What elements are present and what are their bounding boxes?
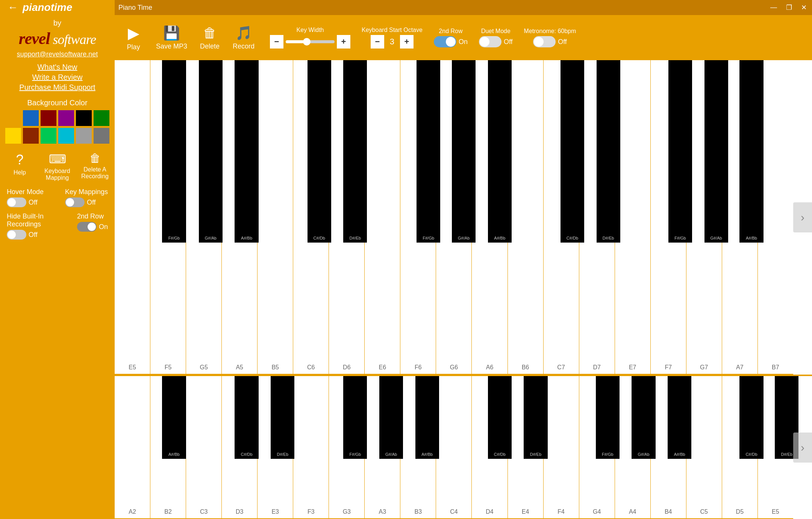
key-mappings-toggle[interactable] — [65, 197, 85, 207]
keyboard-mapping-label: Keyboard Mapping — [44, 168, 70, 181]
color-swatch-gray[interactable] — [94, 128, 109, 144]
hover-mode-knob — [8, 198, 16, 206]
color-swatch-green[interactable] — [94, 110, 109, 126]
bottom-piano-nav-right[interactable]: › — [793, 432, 812, 463]
black-key-AsBb-7[interactable]: A#/Bb — [739, 60, 763, 243]
whats-new-link[interactable]: What's New — [37, 63, 77, 71]
hide-recordings-toggle-row: Off — [7, 230, 38, 240]
back-button[interactable]: ← — [8, 2, 18, 14]
key-width-slider[interactable] — [286, 40, 335, 43]
piano-area: 🎵 E5 F5 G5 A5 B5 C6 D6 E6 F6 G6 A6 B6 C7… — [115, 60, 812, 519]
hide-recordings-toggle[interactable] — [7, 230, 26, 240]
key-width-plus[interactable]: + — [337, 35, 350, 49]
purchase-midi-link[interactable]: Purchase Midi Support — [19, 83, 95, 92]
black-key-GsAb-7[interactable]: G#/Ab — [704, 60, 728, 243]
color-swatch-lavender[interactable] — [76, 128, 92, 144]
black-key-GsAb-5[interactable]: G#/Ab — [199, 60, 223, 243]
key-mappings-knob — [66, 198, 74, 206]
black-key-DsEb-3[interactable]: D#/Eb — [271, 376, 294, 459]
black-key-AsBb-4[interactable]: A#/Bb — [668, 376, 691, 459]
minimize-button[interactable]: — — [769, 3, 779, 12]
bg-color-label: Background Color — [27, 99, 87, 107]
color-swatch-black[interactable] — [76, 110, 92, 126]
key-C3[interactable]: C3 — [186, 376, 221, 519]
close-button[interactable]: ✕ — [800, 3, 808, 12]
key-B5[interactable]: B5 — [257, 60, 293, 375]
key-width-minus[interactable]: − — [270, 35, 283, 49]
black-key-DsEb-4[interactable]: D#/Eb — [524, 376, 547, 459]
color-swatch-brown[interactable] — [23, 128, 39, 144]
key-E6[interactable]: E6 — [364, 60, 400, 375]
black-key-AsBb-6[interactable]: A#/Bb — [488, 60, 512, 243]
black-key-AsBb-3[interactable]: A#/Bb — [415, 376, 439, 459]
black-key-FsGb-4[interactable]: F#/Gb — [596, 376, 620, 459]
color-swatch-orange[interactable] — [5, 110, 21, 126]
black-key-CsDb-3[interactable]: C#/Db — [235, 376, 258, 459]
key-C4[interactable]: C4 — [436, 376, 471, 519]
save-mp3-button[interactable]: 💾 Save MP3 — [156, 25, 187, 50]
main-area: Piano Time — ❐ ✕ ▶ Play 💾 Save MP3 🗑 Del… — [115, 0, 812, 519]
black-key-CsDb-6[interactable]: C#/Db — [308, 60, 331, 243]
color-swatch-purple[interactable] — [58, 110, 74, 126]
black-key-CsDb-4[interactable]: C#/Db — [488, 376, 512, 459]
play-label: Play — [127, 43, 140, 51]
support-email[interactable]: support@revelsoftware.net — [17, 50, 98, 58]
key-F4[interactable]: F4 — [543, 376, 579, 519]
second-row-sidebar-toggle[interactable] — [77, 222, 97, 232]
delete-button[interactable]: 🗑 Delete — [198, 25, 221, 50]
color-swatch-darkred[interactable] — [41, 110, 56, 126]
key-width-controls: − + — [270, 35, 350, 49]
second-row-sidebar-knob — [88, 223, 96, 231]
color-swatch-cyan[interactable] — [58, 128, 74, 144]
second-row-toolbar-toggle[interactable] — [434, 36, 456, 47]
hover-mode-state: Off — [29, 199, 38, 206]
keyboard-start-octave-label: Keyboard Start Octave — [362, 27, 423, 33]
play-button[interactable]: ▶ Play — [122, 24, 145, 51]
help-label: Help — [14, 169, 26, 176]
sidebar-app-title: pianotime — [23, 2, 72, 14]
key-A2[interactable]: A2 — [115, 376, 150, 519]
color-swatch-lightgreen[interactable] — [41, 128, 56, 144]
delete-recording-tool[interactable]: 🗑 Delete A Recording — [80, 152, 110, 181]
black-key-CsDb-7[interactable]: C#/Db — [561, 60, 584, 243]
key-E5[interactable]: E5 — [115, 60, 150, 375]
hover-mode-toggle[interactable] — [7, 197, 26, 207]
key-B6[interactable]: B6 — [508, 60, 543, 375]
color-swatch-yellow[interactable] — [5, 128, 21, 144]
black-key-FsGb-7[interactable]: F#/Gb — [668, 60, 692, 243]
metronome-state: Off — [558, 38, 567, 46]
maximize-button[interactable]: ❐ — [785, 3, 794, 12]
sidebar: ← pianotime by revel software support@re… — [0, 0, 115, 519]
black-key-FsGb-6[interactable]: F#/Gb — [417, 60, 440, 243]
black-key-DsEb-7[interactable]: D#/Eb — [597, 60, 620, 243]
metronome-group: Metronome: 60bpm Off — [524, 28, 576, 47]
black-key-FsGb-5[interactable]: F#/Gb — [162, 60, 186, 243]
key-mappings-label: Key Mappings — [65, 188, 108, 196]
metronome-toggle[interactable] — [533, 36, 556, 47]
black-key-FsGb-3[interactable]: F#/Gb — [343, 376, 367, 459]
write-review-link[interactable]: Write a Review — [32, 73, 82, 82]
black-key-GsAb-3[interactable]: G#/Ab — [379, 376, 403, 459]
keyboard-start-octave-group: Keyboard Start Octave − 3 + — [362, 27, 423, 49]
help-icon: ? — [16, 152, 23, 168]
key-F3[interactable]: F3 — [293, 376, 329, 519]
play-icon: ▶ — [128, 24, 139, 42]
record-button[interactable]: 🎵 Record — [232, 25, 255, 50]
second-row-toolbar-knob — [446, 37, 456, 47]
black-key-GsAb-4[interactable]: G#/Ab — [632, 376, 655, 459]
delete-recording-label: Delete A Recording — [81, 166, 109, 180]
black-key-AsBb-5[interactable]: A#/Bb — [235, 60, 258, 243]
second-row-toolbar-state: On — [459, 38, 468, 46]
black-key-CsDb-5[interactable]: C#/Db — [739, 376, 763, 459]
black-key-DsEb-6[interactable]: D#/Eb — [343, 60, 367, 243]
octave-plus-button[interactable]: + — [400, 35, 414, 49]
octave-minus-button[interactable]: − — [371, 35, 384, 49]
key-width-thumb[interactable] — [303, 38, 311, 46]
keyboard-mapping-tool[interactable]: ⌨ Keyboard Mapping — [42, 152, 73, 181]
help-tool[interactable]: ? Help — [5, 152, 35, 181]
black-key-AsBb-2[interactable]: A#/Bb — [162, 376, 186, 459]
color-swatch-blue[interactable] — [23, 110, 39, 126]
duet-mode-toggle[interactable] — [479, 36, 501, 47]
black-key-GsAb-6[interactable]: G#/Ab — [452, 60, 476, 243]
top-piano-nav-right[interactable]: › — [793, 202, 812, 232]
